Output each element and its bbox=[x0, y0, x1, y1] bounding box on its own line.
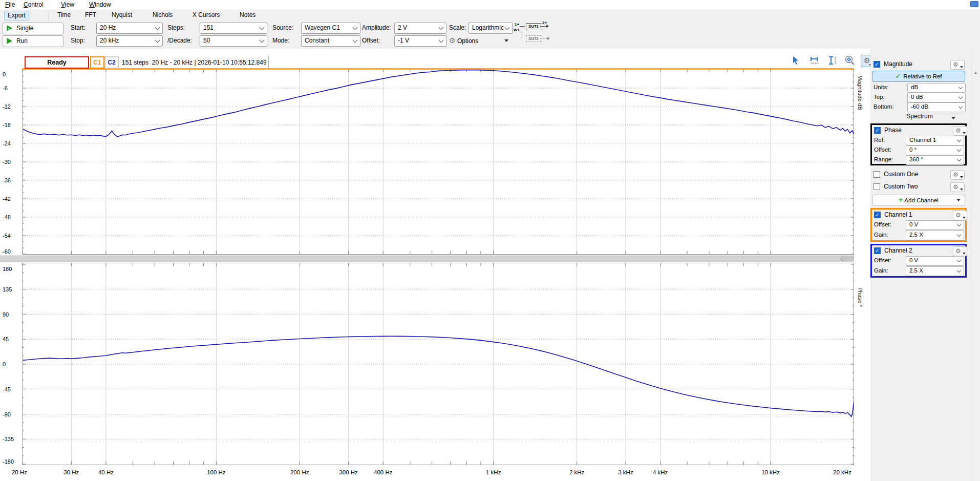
mode-label: Mode: bbox=[272, 35, 289, 46]
magnitude-plot[interactable] bbox=[0, 68, 870, 256]
phase-offset-select[interactable]: 0 ° bbox=[906, 145, 964, 155]
zoom-tool-icon[interactable] bbox=[844, 55, 856, 66]
gear-icon: ⚙ bbox=[955, 211, 961, 219]
magnitude-section-header: ✓ Magnitude ⚙ bbox=[871, 59, 969, 70]
scale-label: Scale: bbox=[449, 23, 466, 33]
menu-control[interactable]: Control bbox=[20, 1, 47, 9]
pointer-tool-icon[interactable] bbox=[791, 55, 802, 66]
magnitude-checkbox[interactable]: ✓ bbox=[874, 61, 880, 68]
app-corner-icon[interactable] bbox=[970, 1, 978, 7]
run-button[interactable]: Run bbox=[3, 35, 63, 47]
relative-to-ref-button[interactable]: ✓Relative to Ref bbox=[872, 71, 965, 82]
phase-offset-row: Offset: 0 ° bbox=[872, 145, 969, 155]
y-tick-label: -24 bbox=[3, 140, 21, 147]
channel2-gear-button[interactable]: ⚙ bbox=[953, 246, 967, 256]
panel-scrollbar[interactable]: ▲ bbox=[971, 49, 980, 481]
custom-two-gear-button[interactable]: ⚙ bbox=[950, 182, 965, 192]
offset-label: Offset: bbox=[362, 35, 380, 46]
custom-two-checkbox[interactable] bbox=[874, 183, 880, 190]
x-tick-label: 1 kHz bbox=[486, 469, 501, 475]
x-tick-label: 400 Hz bbox=[374, 469, 392, 475]
tab-x-cursors[interactable]: X Cursors bbox=[189, 11, 223, 19]
channel1-checkbox[interactable]: ✓ bbox=[874, 212, 881, 218]
add-channel-dropdown-icon[interactable] bbox=[956, 199, 961, 201]
sweep-controls: 1 Single Start: 20 Hz Steps: 151 Source:… bbox=[0, 21, 980, 49]
custom-one-gear-button[interactable]: ⚙ bbox=[950, 170, 965, 180]
steps-select[interactable]: 151 bbox=[200, 23, 267, 34]
custom-two-title: Custom Two bbox=[884, 182, 918, 192]
tab-fft[interactable]: FFT bbox=[82, 11, 99, 19]
scale-select[interactable]: Logarithmic bbox=[468, 23, 513, 34]
gear-icon: ⚙ bbox=[955, 247, 961, 255]
menu-file[interactable]: File bbox=[2, 1, 18, 9]
x-tick-label: 200 Hz bbox=[290, 469, 309, 475]
amplitude-select[interactable]: 2 V bbox=[394, 23, 446, 34]
single-button[interactable]: 1 Single bbox=[3, 23, 63, 34]
vertical-cursor-icon[interactable] bbox=[827, 55, 838, 66]
scroll-up-icon[interactable]: ▲ bbox=[972, 70, 979, 75]
chevron-down-icon bbox=[957, 157, 961, 161]
custom-one-checkbox[interactable] bbox=[874, 171, 880, 178]
plot-splitter[interactable] bbox=[0, 256, 870, 262]
add-channel-button[interactable]: +Add Channel bbox=[872, 195, 965, 205]
y-tick-label: -180 bbox=[3, 458, 21, 465]
stop-select[interactable]: 20 kHz bbox=[96, 35, 163, 47]
chevron-down-icon bbox=[958, 95, 963, 99]
top-select[interactable]: 0 dB bbox=[907, 93, 966, 102]
dut1-out-label: 2+ bbox=[542, 20, 547, 25]
phase-checkbox[interactable]: ✓ bbox=[874, 127, 881, 134]
tab-notes[interactable]: Notes bbox=[237, 11, 259, 19]
channel2-offset-select[interactable]: 0 V bbox=[906, 256, 964, 266]
source-select[interactable]: Wavegen C1 bbox=[301, 23, 360, 34]
spectrum-expander[interactable]: Spectrum bbox=[871, 112, 968, 121]
x-tick-label: 300 Hz bbox=[339, 469, 357, 475]
range-select[interactable]: 360 ° bbox=[906, 155, 964, 165]
phase-plot[interactable] bbox=[0, 262, 870, 466]
y-tick-label: 0 bbox=[3, 361, 21, 367]
magnitude-gear-button[interactable]: ⚙ bbox=[950, 60, 965, 70]
channel1-offset-row: Offset: 0 V bbox=[872, 220, 969, 230]
tab-nichols[interactable]: Nichols bbox=[150, 11, 176, 19]
options-dropdown-icon[interactable] bbox=[504, 39, 508, 42]
channel1-offset-select[interactable]: 0 V bbox=[906, 220, 964, 230]
magnitude-section-title: Magnitude bbox=[884, 59, 912, 69]
tab-time[interactable]: Time bbox=[54, 11, 74, 19]
bottom-select[interactable]: -60 dB bbox=[907, 102, 966, 112]
magnitude-axis-title: Magnitude dB bbox=[857, 75, 863, 110]
gear-icon: ⚙ bbox=[953, 60, 958, 69]
phase-gear-button[interactable]: ⚙ bbox=[953, 126, 967, 136]
bode-plot-area: 0-6-12-18-24-30-36-42-48-54-60 180135904… bbox=[0, 49, 870, 481]
menu-view[interactable]: View bbox=[58, 1, 77, 9]
units-select[interactable]: dB bbox=[907, 83, 966, 93]
source-label: Source: bbox=[272, 23, 293, 33]
y-tick-label: -45 bbox=[3, 386, 21, 392]
phase-group: ✓ Phase ⚙ Ref: Channel 1 Offset: 0 ° Ran… bbox=[870, 123, 967, 165]
x-tick-label: 10 kHz bbox=[761, 469, 780, 475]
channel2-group: ✓ Channel 2 ⚙ Offset: 0 V Gain: 2.5 X bbox=[870, 244, 967, 278]
tab-nyquist[interactable]: Nyquist bbox=[109, 11, 135, 19]
chevron-down-icon bbox=[957, 233, 961, 237]
offset-select[interactable]: -1 V bbox=[394, 35, 446, 47]
y-tick-label: -42 bbox=[3, 196, 21, 202]
x-tick-label: 30 Hz bbox=[63, 469, 79, 475]
chevron-down-icon bbox=[957, 138, 961, 142]
horizontal-cursor-icon[interactable] bbox=[809, 55, 820, 66]
chevron-down-icon bbox=[958, 85, 963, 89]
channel2-gain-select[interactable]: 2.5 X bbox=[906, 266, 964, 276]
channel1-gear-button[interactable]: ⚙ bbox=[953, 211, 967, 220]
range-row: Range: 360 ° bbox=[872, 155, 969, 165]
ref-select[interactable]: Channel 1 bbox=[906, 136, 964, 145]
start-select[interactable]: 20 Hz bbox=[96, 23, 163, 34]
channel1-badge[interactable]: C1 bbox=[90, 56, 104, 69]
per-decade-select[interactable]: 50 bbox=[200, 35, 267, 47]
mode-select[interactable]: Constant bbox=[301, 35, 360, 47]
channel1-gain-select[interactable]: 2.5 X bbox=[906, 231, 964, 240]
channel2-badge[interactable]: C2 bbox=[104, 56, 119, 69]
menu-window[interactable]: Window bbox=[86, 1, 114, 9]
x-tick-label: 20 Hz bbox=[12, 469, 27, 475]
units-row: Units: dB bbox=[871, 82, 969, 93]
tab-export[interactable]: Export bbox=[4, 11, 29, 20]
wavegen-label: W1 bbox=[514, 28, 520, 32]
chevron-down-icon bbox=[957, 222, 961, 226]
channel2-checkbox[interactable]: ✓ bbox=[874, 247, 881, 254]
